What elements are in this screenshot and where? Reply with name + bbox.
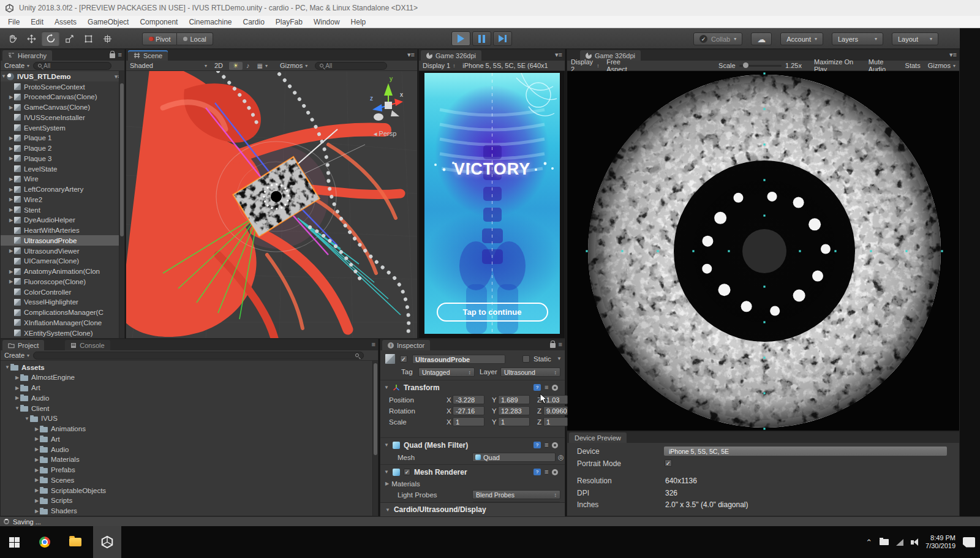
aspect-dropdown[interactable]: iPhone 5, 5S, 5C, 5E (640x1 — [459, 62, 551, 69]
project-folder-art[interactable]: ▶Art — [1, 383, 378, 393]
menu-playfab[interactable]: PlayFab — [270, 16, 308, 28]
scale-tool-button[interactable] — [61, 31, 78, 46]
project-folder-almostengine[interactable]: ▶AlmostEngine — [1, 372, 378, 383]
menu-component[interactable]: Component — [134, 16, 183, 28]
hierarchy-search-input[interactable]: All — [33, 62, 111, 70]
material-footer[interactable]: ▼ Cardio/Ultrasound/Display — [380, 502, 565, 516]
axis-z-field[interactable]: 9.0960 — [543, 406, 568, 415]
hierarchy-item-eventsystem[interactable]: EventSystem — [1, 123, 124, 133]
axis-y-field[interactable]: 12.283 — [498, 406, 530, 415]
hierarchy-item-dyeaudiohelper[interactable]: ▶DyeAudioHelper — [1, 215, 124, 225]
enabled-checkbox[interactable]: ✓ — [404, 469, 410, 475]
project-folder-scripts[interactable]: ▶Scripts — [1, 496, 378, 506]
hierarchy-item-xentitysystem-clone-[interactable]: XEntitySystem(Clone) — [1, 328, 124, 338]
axis-y-field[interactable]: 1 — [498, 417, 530, 426]
mesh-filter-header[interactable]: ▼ Quad (Mesh Filter) — [384, 440, 468, 450]
transform-header[interactable]: ▼ Transform — [384, 382, 440, 393]
create-dropdown[interactable]: Create ▾ — [1, 62, 33, 69]
active-checkbox[interactable]: ✓ — [400, 355, 407, 363]
play-button[interactable] — [451, 31, 470, 46]
foldout-icon[interactable]: ▼ — [24, 416, 30, 421]
gizmos-dropdown[interactable]: Gizmos ▾ — [276, 62, 311, 69]
hierarchy-item-xinflationmanager-clone[interactable]: XInflationManager(Clone — [1, 317, 124, 328]
start-button[interactable] — [0, 526, 28, 558]
panel-menu-icon[interactable]: ▾≡ — [949, 51, 957, 58]
foldout-icon[interactable]: ▼ — [1, 74, 7, 79]
foldout-icon[interactable]: ▶ — [8, 279, 14, 284]
project-folder-audio[interactable]: ▶Audio — [1, 444, 378, 454]
hierarchy-item-wire2[interactable]: ▶Wire2 — [1, 194, 124, 205]
menu-assets[interactable]: Assets — [49, 16, 82, 28]
foldout-icon[interactable]: ▶ — [8, 207, 14, 213]
project-folder-scriptableobjects[interactable]: ▶ScriptableObjects — [1, 485, 378, 496]
gear-icon[interactable] — [552, 385, 558, 391]
project-folder-ivus[interactable]: ▼IVUS — [1, 413, 378, 424]
light-probes-dropdown[interactable]: Blend Probes↕ — [472, 490, 560, 499]
taskbar-clock[interactable]: 8:49 PM 7/30/2019 — [925, 534, 956, 550]
foldout-icon[interactable]: ▶ — [34, 457, 40, 462]
stats-button[interactable]: Stats — [902, 62, 924, 69]
project-folder-art[interactable]: ▶Art — [1, 434, 378, 444]
slider-thumb[interactable] — [743, 62, 748, 68]
foldout-icon[interactable]: ▶ — [14, 385, 20, 391]
help-icon[interactable]: ? — [533, 384, 541, 391]
layout-dropdown[interactable]: Layout ▾ — [892, 32, 938, 45]
audio-toggle-button[interactable]: ♪ — [243, 62, 254, 69]
hierarchy-item-plaque-3[interactable]: ▶Plaque 3 — [1, 153, 124, 164]
project-folder-shaders[interactable]: ▶Shaders — [1, 506, 378, 516]
presets-icon[interactable]: ≡ — [545, 384, 548, 391]
chrome-taskbar-button[interactable] — [31, 526, 59, 558]
explorer-taskbar-button[interactable] — [61, 526, 89, 558]
2d-toggle-button[interactable]: 2D — [211, 62, 227, 69]
tab-hierarchy[interactable]: Hierarchy — [2, 50, 52, 61]
game2-viewport[interactable] — [567, 71, 959, 431]
hierarchy-item-plaque-2[interactable]: ▶Plaque 2 — [1, 143, 124, 154]
unity-taskbar-button[interactable] — [93, 526, 121, 558]
help-icon[interactable]: ? — [533, 442, 541, 448]
tab-console[interactable]: Console — [65, 340, 110, 350]
foldout-icon[interactable]: ▶ — [34, 508, 40, 514]
network-icon[interactable] — [896, 539, 903, 546]
mesh-renderer-header[interactable]: ▼ ✓ Mesh Renderer — [384, 467, 467, 477]
panel-menu-icon[interactable]: ≡ — [118, 51, 122, 58]
foldout-icon[interactable]: ▶ — [385, 481, 389, 486]
foldout-icon[interactable]: ▶ — [8, 176, 14, 182]
scrollbar-thumb[interactable] — [120, 83, 124, 236]
panel-menu-icon[interactable]: ≡ — [559, 341, 562, 348]
collab-dropdown[interactable]: ✓ Collab ▾ — [693, 32, 742, 45]
menu-cinemachine[interactable]: Cinemachine — [183, 16, 237, 28]
foldout-icon[interactable]: ▶ — [14, 395, 20, 401]
project-scrollbar[interactable] — [372, 361, 378, 516]
chevron-down-icon[interactable]: ▼ — [557, 356, 562, 361]
tab-device-preview[interactable]: Device Preview — [569, 432, 627, 443]
hierarchy-item-fluoroscope-clone-[interactable]: ▶Fluoroscope(Clone) — [1, 276, 124, 287]
move-tool-button[interactable] — [23, 31, 40, 46]
hierarchy-item-heartwitharteries[interactable]: HeartWithArteries — [1, 225, 124, 236]
shading-mode-dropdown[interactable]: Shaded ▾ — [126, 62, 211, 69]
account-dropdown[interactable]: Account ▾ — [780, 32, 823, 45]
game1-viewport[interactable]: VICTORY Tap to continue — [419, 71, 565, 338]
project-folder-animations[interactable]: ▶Animations — [1, 424, 378, 434]
lock-icon[interactable] — [550, 343, 556, 348]
tab-scene[interactable]: Scene — [128, 50, 168, 61]
hierarchy-item-levelstate[interactable]: LevelState — [1, 164, 124, 174]
foldout-icon[interactable]: ▶ — [8, 197, 14, 202]
foldout-icon[interactable]: ▼ — [384, 385, 389, 390]
hierarchy-item-proceedcanvas-clone-[interactable]: ▶ProceedCanvas(Clone) — [1, 92, 124, 102]
create-dropdown[interactable]: Create ▾ — [1, 352, 33, 359]
hierarchy-item-uicamera-clone-[interactable]: UICamera(Clone) — [1, 256, 124, 266]
foldout-icon[interactable]: ▼ — [4, 364, 10, 370]
mesh-object-field[interactable]: Quad — [472, 453, 556, 462]
foldout-icon[interactable]: ▶ — [34, 477, 40, 483]
panel-menu-icon[interactable]: ▾≡ — [407, 51, 415, 58]
project-search-input[interactable] — [33, 352, 364, 360]
speaker-icon[interactable] — [911, 538, 918, 546]
gear-icon[interactable] — [552, 469, 558, 475]
gear-icon[interactable] — [552, 442, 558, 448]
foldout-icon[interactable]: ▼ — [384, 442, 389, 448]
object-name-field[interactable]: UltrasoundProbe — [412, 355, 505, 364]
hierarchy-item-vesselhighlighter[interactable]: VesselHighlighter — [1, 297, 124, 307]
notification-center-icon[interactable] — [963, 537, 975, 548]
rotate-tool-button[interactable] — [42, 31, 59, 46]
project-folder-prefabs[interactable]: ▶Prefabs — [1, 465, 378, 475]
